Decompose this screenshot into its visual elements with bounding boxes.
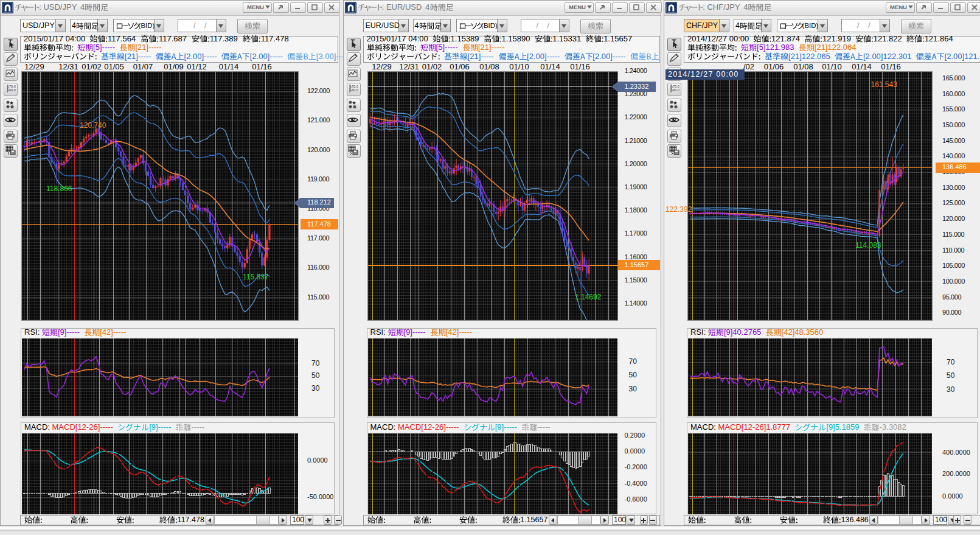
svg-text:60.0: 60.0 — [673, 88, 679, 92]
svg-text:60.0: 60.0 — [9, 88, 16, 92]
svg-text:60.0: 60.0 — [352, 88, 358, 92]
